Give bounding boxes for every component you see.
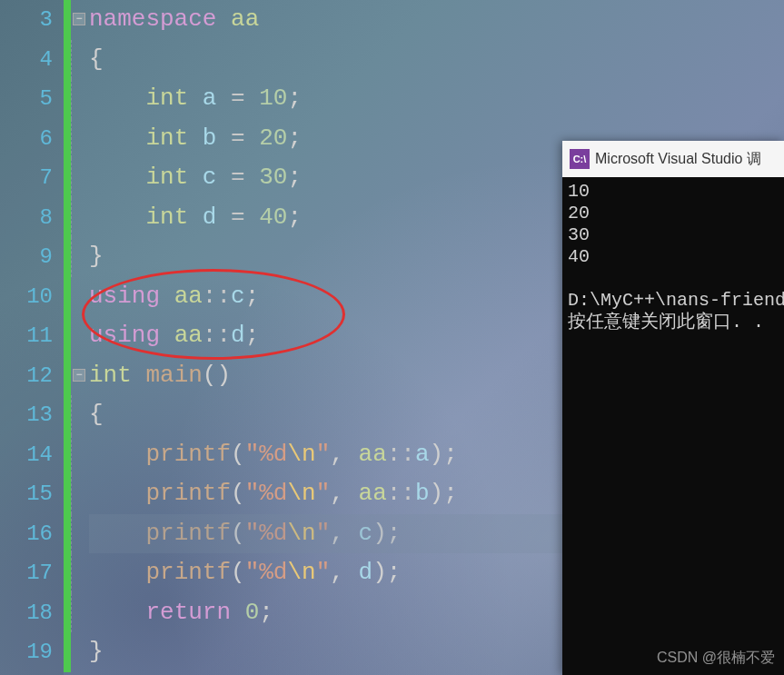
semicolon: ; — [245, 283, 260, 310]
operator: = — [216, 84, 259, 112]
change-bar — [64, 316, 71, 356]
paren: ); — [430, 480, 458, 507]
scope-op: :: — [203, 283, 231, 310]
function-call: printf — [145, 441, 231, 468]
code-line-3[interactable]: namespace aa — [89, 0, 784, 40]
comma: , — [330, 441, 358, 468]
paren: ); — [430, 441, 458, 468]
line-number: 14 — [0, 435, 53, 475]
variable: a — [415, 441, 430, 468]
scope-op: :: — [203, 322, 231, 349]
string: %d — [259, 559, 287, 586]
fold-line — [71, 158, 72, 198]
semicolon: ; — [287, 164, 302, 191]
variable: b — [415, 480, 430, 507]
semicolon: ; — [245, 322, 260, 349]
console-window[interactable]: C:\ Microsoft Visual Studio 调 10 20 30 4… — [562, 141, 784, 675]
change-bar — [64, 119, 71, 159]
console-output: 30 — [568, 224, 779, 246]
code-line-4[interactable]: { — [89, 40, 784, 80]
line-number: 16 — [0, 514, 53, 554]
comma: , — [330, 480, 358, 507]
string: " — [245, 559, 260, 586]
line-number: 7 — [0, 158, 53, 198]
line-number: 3 — [0, 0, 53, 40]
namespace-name: aa — [231, 5, 259, 33]
variable: c — [203, 164, 217, 191]
number: 20 — [259, 124, 287, 152]
number: 30 — [259, 164, 287, 191]
change-bar — [64, 474, 71, 514]
comma: , — [330, 559, 358, 586]
change-bar — [64, 553, 71, 593]
change-bar — [64, 198, 71, 238]
code-line-5[interactable]: int a = 10; — [89, 79, 784, 119]
brace: { — [89, 45, 104, 73]
fold-line — [71, 79, 72, 119]
margin-cell — [64, 316, 89, 356]
function-call: printf — [145, 559, 231, 586]
variable: d — [359, 559, 373, 586]
scope-op: :: — [387, 441, 415, 468]
semicolon: ; — [259, 599, 273, 626]
type: int — [145, 203, 188, 231]
operator: = — [216, 124, 259, 152]
collapse-icon[interactable]: − — [73, 369, 85, 382]
watermark: CSDN @很楠不爱 — [657, 649, 775, 668]
fold-line — [71, 514, 72, 554]
collapse-icon[interactable]: − — [73, 13, 85, 25]
margin-cell — [64, 395, 89, 435]
change-bar — [64, 0, 71, 40]
margin-cell — [64, 237, 89, 277]
escape: \n — [287, 559, 315, 586]
line-number: 12 — [0, 356, 53, 396]
console-body[interactable]: 10 20 30 40 D:\MyC++\nans-friend 按任意键关闭此… — [562, 177, 784, 337]
line-number: 8 — [0, 198, 53, 238]
margin-cell — [64, 198, 89, 238]
variable: d — [203, 203, 217, 231]
margin-cell — [64, 632, 89, 672]
fold-margin: − − — [64, 0, 89, 675]
variable: d — [231, 322, 245, 349]
margin-cell — [64, 40, 89, 80]
console-prompt: 按任意键关闭此窗口. . — [568, 312, 779, 333]
variable: c — [231, 283, 245, 310]
semicolon: ; — [287, 203, 302, 231]
namespace-name: aa — [174, 283, 203, 310]
variable: b — [203, 124, 217, 152]
margin-cell — [64, 79, 89, 119]
fold-line — [71, 40, 72, 80]
keyword: using — [89, 283, 160, 310]
string: " — [316, 480, 331, 507]
console-titlebar[interactable]: C:\ Microsoft Visual Studio 调 — [562, 141, 784, 177]
string: %d — [259, 441, 287, 468]
line-number: 6 — [0, 119, 53, 159]
console-output: 10 — [568, 181, 779, 203]
console-title: Microsoft Visual Studio 调 — [595, 150, 761, 169]
change-bar — [64, 277, 71, 317]
number: 40 — [259, 203, 287, 231]
console-output: 40 — [568, 246, 779, 268]
fold-line — [71, 198, 72, 238]
function-name: main — [145, 362, 202, 389]
change-bar — [64, 593, 71, 633]
fold-line — [71, 119, 72, 159]
line-number: 9 — [0, 237, 53, 277]
fold-line — [71, 237, 72, 277]
line-number: 13 — [0, 395, 53, 435]
semicolon: ; — [287, 124, 302, 152]
fold-line — [71, 435, 72, 475]
type: int — [89, 362, 132, 389]
fold-line — [71, 553, 72, 593]
parens: () — [203, 362, 231, 389]
margin-cell — [64, 593, 89, 633]
change-bar — [64, 158, 71, 198]
paren: ( — [231, 480, 245, 507]
keyword: namespace — [89, 5, 216, 33]
margin-cell — [64, 514, 89, 554]
number: 0 — [245, 599, 260, 626]
change-bar — [64, 79, 71, 119]
console-output: 20 — [568, 203, 779, 224]
scope-op: :: — [387, 480, 415, 507]
change-bar — [64, 40, 71, 80]
